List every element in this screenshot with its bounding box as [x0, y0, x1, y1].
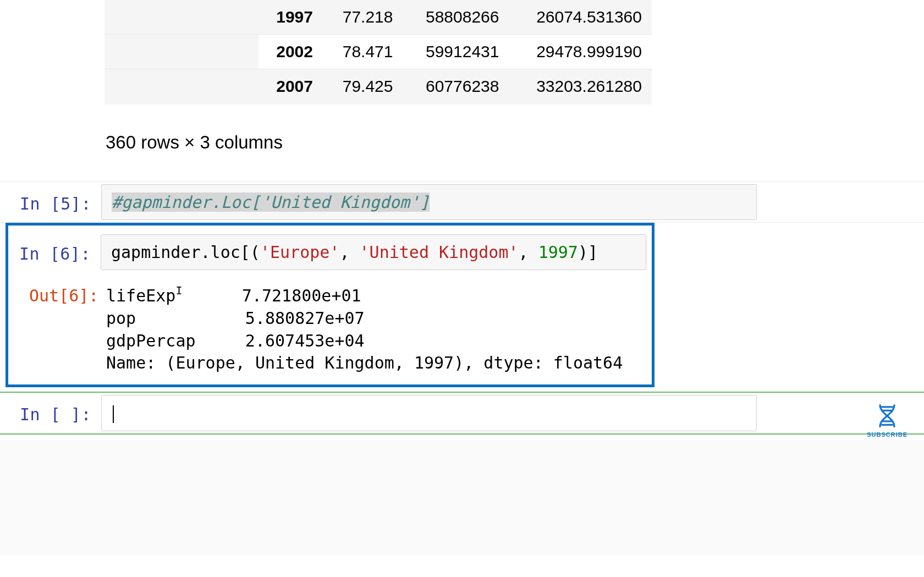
notebook-container: 1997 77.218 58808266 26074.531360 2002 7… — [0, 0, 924, 556]
code-string: 'United Kingdom' — [360, 243, 519, 262]
table-row: 2002 78.471 59912431 29478.999190 — [105, 35, 652, 69]
cursor-marker: I — [175, 284, 182, 297]
subscribe-badge[interactable]: SUBSCRIBE — [867, 402, 908, 438]
cell-lifeexp: 78.471 — [323, 35, 403, 69]
dataframe-table: 1997 77.218 58808266 26074.531360 2002 7… — [105, 0, 652, 103]
dataframe-output: 1997 77.218 58808266 26074.531360 2002 7… — [105, 0, 652, 105]
cell-pop: 59912431 — [403, 35, 509, 69]
code-number: 1997 — [538, 243, 578, 262]
cell-pop: 58808266 — [403, 0, 509, 35]
code-string: 'Europe' — [260, 243, 340, 262]
cell-gdp: 29478.999190 — [509, 35, 652, 69]
code-cell-5[interactable]: In [5]: #gapminder.Loc['United Kingdom'] — [0, 182, 924, 223]
table-row: 2007 79.425 60776238 33203.261280 — [105, 69, 652, 104]
index-spacer — [105, 35, 258, 69]
cell-gdp: 26074.531360 — [509, 0, 652, 35]
text-cursor — [113, 405, 114, 423]
code-text: , — [339, 243, 359, 262]
code-input[interactable]: gapminder.loc[('Europe', 'United Kingdom… — [101, 234, 646, 270]
row-index: 1997 — [258, 0, 323, 35]
in-prompt: In [6]: — [8, 234, 101, 263]
cell-pop: 60776238 — [403, 69, 509, 104]
cell-gdp: 33203.261280 — [509, 69, 652, 104]
cell-lifeexp: 79.425 — [323, 69, 403, 104]
code-comment: #gapminder.Loc['United Kingdom'] — [112, 193, 430, 212]
subscribe-label: SUBSCRIBE — [867, 431, 908, 438]
output-text: Out[6]:lifeExpI 7.721800e+01 pop 5.88082… — [8, 284, 652, 375]
row-index: 2002 — [258, 35, 323, 69]
code-input[interactable] — [101, 395, 757, 431]
table-row: 1997 77.218 58808266 26074.531360 — [105, 0, 652, 35]
code-cell-6-input-row: In [6]: gapminder.loc[('Europe', 'United… — [8, 234, 652, 270]
out-prompt: Out[6]: — [29, 285, 106, 307]
code-cell-6-selected[interactable]: In [6]: gapminder.loc[('Europe', 'United… — [6, 223, 654, 387]
code-text: gapminder.loc[( — [111, 243, 260, 262]
code-cell-6-output-row: Out[6]:lifeExpI 7.721800e+01 pop 5.88082… — [8, 270, 652, 375]
code-text: )] — [578, 243, 598, 262]
cell-lifeexp: 77.218 — [323, 0, 403, 35]
index-spacer — [105, 69, 258, 104]
dna-icon — [873, 402, 901, 430]
in-prompt: In [5]: — [2, 184, 101, 213]
code-cell-empty[interactable]: In [ ]: — [0, 392, 924, 435]
dataframe-shape: 360 rows × 3 columns — [106, 132, 924, 153]
row-index: 2007 — [258, 69, 323, 104]
code-input[interactable]: #gapminder.Loc['United Kingdom'] — [101, 184, 757, 220]
in-prompt: In [ ]: — [2, 395, 101, 424]
code-text: , — [519, 243, 538, 262]
footer: SUBSCRIBE — [0, 440, 924, 556]
index-spacer — [105, 0, 258, 35]
